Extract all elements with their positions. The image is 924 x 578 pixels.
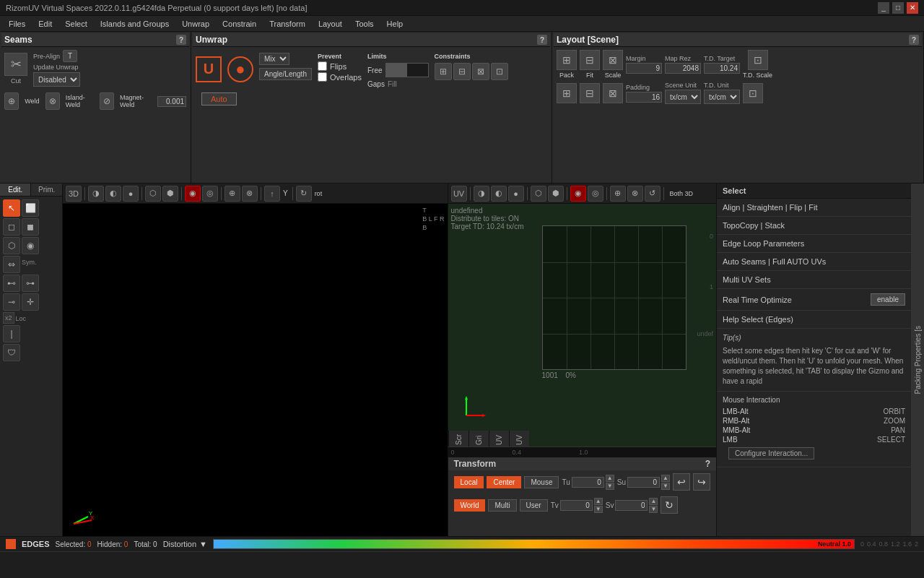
- multi-uv-item[interactable]: Multi UV Sets: [717, 271, 911, 289]
- maprez-input[interactable]: [665, 63, 701, 74]
- optimize-icon[interactable]: ●: [227, 56, 253, 82]
- uv-focus-btn[interactable]: ⊕: [610, 186, 626, 202]
- su-up-btn[interactable]: ▲: [661, 475, 670, 482]
- local-btn[interactable]: Local: [454, 476, 484, 488]
- snap-icon[interactable]: ⊷: [3, 275, 20, 292]
- menu-edit[interactable]: Edit: [32, 18, 58, 30]
- menu-constrain[interactable]: Constrain: [217, 18, 262, 30]
- tu-up-btn[interactable]: ▲: [606, 475, 614, 482]
- menu-help[interactable]: Help: [381, 18, 409, 30]
- mix-select[interactable]: Mix: [259, 53, 289, 65]
- cut-icon[interactable]: ✂: [4, 53, 27, 76]
- rect-select-icon[interactable]: ⬜: [22, 199, 39, 217]
- vp-select2-btn[interactable]: ◎: [202, 186, 218, 202]
- const-btn2[interactable]: ⊟: [453, 63, 471, 80]
- close-btn[interactable]: ✕: [907, 2, 918, 14]
- disabled-select[interactable]: Disabled: [33, 72, 80, 87]
- layout-btn2b[interactable]: ⊟: [580, 83, 600, 103]
- align-item[interactable]: Align | Straighten | Flip | Fit: [717, 199, 911, 217]
- vp-select-red-btn[interactable]: ◉: [185, 186, 201, 202]
- vp-shading3-btn[interactable]: ●: [123, 186, 139, 202]
- vp-shading2-btn[interactable]: ◐: [105, 186, 121, 202]
- viewport-3d-canvas[interactable]: T B L F R B Y X: [63, 204, 448, 536]
- td-target-input[interactable]: [704, 63, 740, 74]
- packing-props-tab[interactable]: Packing Properties [s: [911, 184, 924, 536]
- cw-rotate-btn[interactable]: ↻: [661, 496, 678, 514]
- unfold-icon[interactable]: U: [196, 56, 222, 82]
- vp-3d-btn[interactable]: 3D: [66, 186, 82, 202]
- vp-texture2-btn[interactable]: ⬢: [162, 186, 178, 202]
- margin-input[interactable]: [626, 63, 662, 74]
- su-input[interactable]: [627, 477, 660, 488]
- sv-dn-btn[interactable]: ▼: [649, 506, 658, 513]
- vp-texture-btn[interactable]: ⬡: [145, 186, 161, 202]
- layout-help-btn[interactable]: ?: [909, 35, 919, 45]
- line-icon[interactable]: ⬡: [3, 237, 20, 254]
- vp-opt-btn[interactable]: ⊗: [242, 186, 258, 202]
- sphere-icon[interactable]: ◉: [22, 237, 39, 254]
- topocopy-item[interactable]: TopoCopy | Stack: [717, 217, 911, 235]
- pack-btn[interactable]: ⊞: [557, 50, 577, 70]
- enable-btn[interactable]: enable: [871, 293, 905, 306]
- tab-edit[interactable]: Edit.: [0, 184, 31, 196]
- transform-help-btn[interactable]: ?: [705, 459, 710, 469]
- menu-files[interactable]: Files: [3, 18, 31, 30]
- island-weld-btn[interactable]: ⊗: [45, 92, 60, 110]
- vp-focus-btn[interactable]: ⊕: [225, 186, 240, 202]
- magnet-weld-btn[interactable]: ⊘: [100, 92, 114, 110]
- layout-btn2c[interactable]: ⊠: [603, 83, 623, 103]
- minimize-btn[interactable]: _: [878, 2, 889, 14]
- weld-btn[interactable]: ⊕: [4, 92, 19, 110]
- configure-btn[interactable]: Configure Interaction...: [728, 447, 814, 460]
- distortion-dropdown[interactable]: Distortion ▼: [163, 540, 207, 548]
- padding-input[interactable]: [626, 92, 662, 103]
- lasso-icon[interactable]: ◻: [3, 218, 20, 236]
- seams-help-btn[interactable]: ?: [176, 35, 186, 45]
- uv-canvas[interactable]: undefined Distribute to tiles: ON Target…: [448, 204, 716, 457]
- auto-btn[interactable]: Auto: [201, 92, 237, 105]
- titlebar-controls[interactable]: _ □ ✕: [878, 2, 918, 14]
- layout-btn2a[interactable]: ⊞: [557, 83, 577, 103]
- pin-icon[interactable]: ⊸: [3, 293, 20, 311]
- uv-select-red-btn[interactable]: ◉: [570, 186, 586, 202]
- vp-rotate-btn[interactable]: ↻: [296, 186, 312, 202]
- menu-tools[interactable]: Tools: [349, 18, 380, 30]
- angle-length-btn[interactable]: Angle/Length: [259, 68, 312, 80]
- shield-icon[interactable]: 🛡: [3, 344, 20, 361]
- undo-btn[interactable]: ↩: [673, 473, 690, 491]
- sv-up-btn[interactable]: ▲: [649, 498, 658, 505]
- tab-prim[interactable]: Prim.: [31, 184, 61, 196]
- real-time-item[interactable]: Real Time Optimize enable: [717, 289, 911, 311]
- overlaps-checkbox[interactable]: [318, 72, 327, 82]
- redo-btn[interactable]: ↪: [693, 473, 710, 491]
- sv-input[interactable]: [615, 500, 648, 511]
- world-btn[interactable]: World: [454, 499, 486, 512]
- td-unit-select[interactable]: tx/cm: [704, 90, 740, 104]
- su-dn-btn[interactable]: ▼: [661, 483, 670, 490]
- help-select-item[interactable]: Help Select (Edges): [717, 311, 911, 329]
- edges-indicator[interactable]: [6, 539, 16, 549]
- td-scale-btn[interactable]: ⊡: [748, 50, 768, 70]
- uv-vp-btn[interactable]: UV: [451, 186, 467, 202]
- const-btn1[interactable]: ⊞: [435, 63, 452, 80]
- scale-btn[interactable]: ⊠: [603, 50, 623, 70]
- edge-loop-item[interactable]: Edge Loop Parameters: [717, 235, 911, 253]
- uv-tab-uv2[interactable]: UV: [509, 431, 529, 447]
- uv-shading-btn[interactable]: ◑: [474, 186, 489, 202]
- unwrap-help-btn[interactable]: ?: [537, 35, 547, 45]
- multi-btn[interactable]: Multi: [488, 499, 516, 512]
- tv-dn-btn[interactable]: ▼: [594, 506, 603, 513]
- tu-input[interactable]: [572, 477, 604, 488]
- weld-value-input[interactable]: 0.001: [157, 96, 186, 107]
- const-btn4[interactable]: ⊡: [491, 63, 508, 80]
- uv-shading3-btn[interactable]: ●: [508, 186, 524, 202]
- fit-btn[interactable]: ⊟: [580, 50, 600, 70]
- menu-select[interactable]: Select: [59, 18, 93, 30]
- vp-shading-btn[interactable]: ◑: [88, 186, 104, 202]
- uv-select2-btn[interactable]: ◎: [588, 186, 603, 202]
- uv-texture-btn[interactable]: ⬡: [531, 186, 546, 202]
- user-btn[interactable]: User: [520, 499, 548, 512]
- menu-unwrap[interactable]: Unwrap: [176, 18, 215, 30]
- scene-unit-select[interactable]: tx/cm: [665, 90, 701, 104]
- pin2-icon[interactable]: |: [3, 325, 20, 342]
